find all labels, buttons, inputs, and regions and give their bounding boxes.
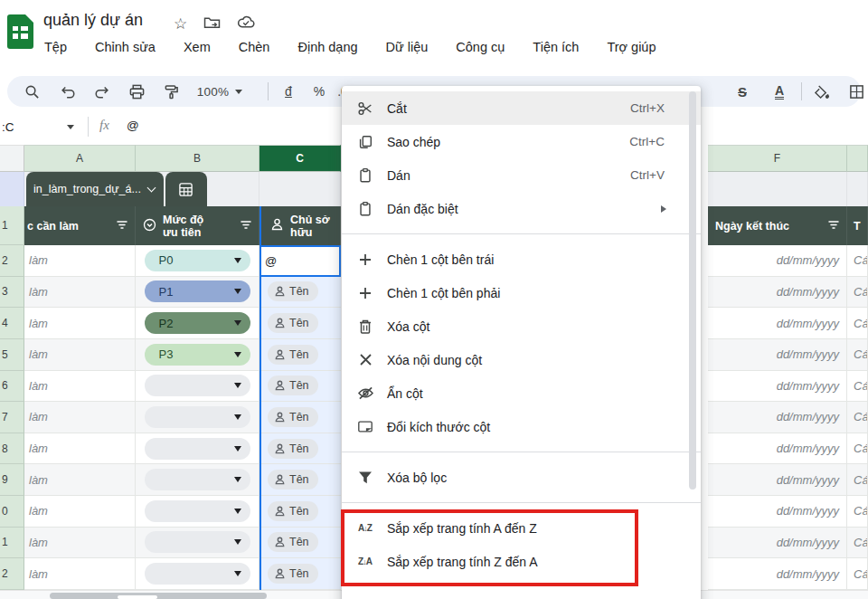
row-number[interactable]: 1 [0,206,24,245]
menu-insert[interactable]: Chèn [236,38,273,56]
row-number[interactable]: 8 [0,433,24,465]
row-number[interactable]: 7 [0,402,24,433]
task-cell[interactable]: làm [24,277,136,309]
search-icon[interactable] [16,76,47,107]
table-name-chip[interactable]: in_làm_trong_dự_á... [26,172,207,206]
priority-dropdown[interactable]: P0 [145,250,250,271]
column-header-a[interactable]: A [24,145,136,172]
due-date-cell[interactable]: dd/mm/yyyy [708,496,847,528]
zoom-select[interactable]: 100% [190,76,250,107]
priority-dropdown[interactable] [145,531,250,553]
task-cell[interactable]: làm [24,464,136,496]
status-cell[interactable]: Cá [847,277,868,309]
task-cell[interactable]: làm [24,528,136,559]
priority-dropdown[interactable]: P3 [145,344,250,366]
menu-scrollbar[interactable] [689,91,696,490]
menu-edit[interactable]: Chỉnh sửa [92,38,158,56]
name-box[interactable]: :C [0,109,87,145]
menu-tools[interactable]: Công cụ [453,38,507,56]
paint-format-icon[interactable] [156,76,186,107]
star-icon[interactable]: ☆ [174,14,187,33]
row-number[interactable]: 5 [0,339,24,371]
table-header-status[interactable]: T [847,206,868,245]
task-cell[interactable]: làm [24,245,136,277]
scrollbar-thumb[interactable] [50,593,267,599]
menu-help[interactable]: Trợ giúp [604,38,658,56]
row-number[interactable]: 6 [0,371,24,403]
row-number[interactable]: 2 [0,245,24,277]
text-color-icon[interactable]: A [765,76,794,107]
print-icon[interactable] [121,76,152,107]
row-number[interactable]: 3 [0,277,24,309]
table-header-priority[interactable]: Mức độ ưu tiên [136,206,259,245]
priority-dropdown[interactable] [145,563,250,585]
owner-chip[interactable]: Tên [268,439,318,459]
owner-chip[interactable]: Tên [268,501,318,521]
column-header-b[interactable]: B [136,145,259,172]
owner-chip[interactable]: Tên [268,313,318,333]
fill-color-icon[interactable] [807,76,837,107]
due-date-cell[interactable]: dd/mm/yyyy [708,528,847,559]
due-date-cell[interactable]: dd/mm/yyyy [708,433,847,465]
priority-dropdown[interactable] [145,469,250,490]
formula-input[interactable]: @ [127,119,139,132]
priority-dropdown[interactable] [145,406,250,428]
priority-dropdown[interactable] [145,375,250,396]
owner-chip[interactable]: Tên [268,376,318,395]
task-cell[interactable]: làm [24,308,136,339]
status-cell[interactable]: Cá [847,528,868,559]
row-number[interactable]: 2 [0,558,24,590]
menu-data[interactable]: Dữ liệu [383,38,431,56]
priority-dropdown[interactable]: P1 [145,280,250,302]
row-number[interactable]: 9 [0,464,24,496]
status-cell[interactable]: Cá [847,339,868,371]
status-cell[interactable]: Cá [847,558,868,590]
undo-icon[interactable] [52,76,83,107]
due-date-cell[interactable]: dd/mm/yyyy [708,308,847,339]
status-cell[interactable]: Cá [847,496,868,528]
row-number[interactable]: 0 [0,496,24,528]
owner-chip[interactable]: Tên [268,407,318,427]
select-all-corner[interactable] [0,145,24,172]
due-date-cell[interactable]: dd/mm/yyyy [708,339,847,371]
task-cell[interactable]: làm [24,558,136,590]
priority-dropdown[interactable] [145,500,250,522]
strikethrough-icon[interactable]: S [728,76,757,107]
menu-item-cut[interactable]: Cắt Ctrl+X [342,91,701,125]
due-date-cell[interactable]: dd/mm/yyyy [708,277,847,309]
document-title[interactable]: quản lý dự án [43,11,143,30]
task-cell[interactable]: làm [24,339,136,371]
status-cell[interactable]: Cá [847,245,868,277]
active-cell[interactable]: @ [259,245,341,277]
column-header-c[interactable]: C [259,145,341,172]
currency-format-icon[interactable]: đ [275,76,302,107]
task-cell[interactable]: làm [24,371,136,403]
menu-item-delete-column[interactable]: Xóa cột [342,309,701,343]
menu-item-clear-column[interactable]: Xóa nội dung cột [342,343,701,376]
move-folder-icon[interactable] [203,15,221,33]
menu-item-paste[interactable]: Dán Ctrl+V [342,158,701,192]
redo-icon[interactable] [87,76,118,107]
menu-file[interactable]: Tệp [42,38,70,56]
status-cell[interactable]: Cá [847,308,868,339]
due-date-cell[interactable]: dd/mm/yyyy [708,371,847,403]
priority-dropdown[interactable] [145,438,250,460]
menu-item-remove-filter[interactable]: Xóa bộ lọc [342,461,701,494]
priority-dropdown[interactable]: P2 [145,312,250,334]
column-header-g[interactable] [847,145,868,172]
sheets-logo-icon[interactable] [7,14,33,49]
table-header-owner[interactable]: Chủ sở hữu [259,206,341,245]
menu-item-insert-column-right[interactable]: Chèn 1 cột bên phải [342,276,701,309]
status-cell[interactable]: Cá [847,402,868,433]
due-date-cell[interactable]: dd/mm/yyyy [708,558,847,590]
percent-format-icon[interactable]: % [306,76,333,107]
owner-chip[interactable]: Tên [268,281,318,301]
table-header-task[interactable]: c cần làm [24,206,136,245]
menu-view[interactable]: Xem [181,38,213,56]
row-number[interactable]: 4 [0,308,24,339]
menu-item-paste-special[interactable]: Dán đặc biệt [342,192,701,225]
filter-icon[interactable] [117,220,127,233]
row-number[interactable]: 1 [0,528,24,559]
task-cell[interactable]: làm [24,433,136,465]
status-cell[interactable]: Cá [847,433,868,465]
